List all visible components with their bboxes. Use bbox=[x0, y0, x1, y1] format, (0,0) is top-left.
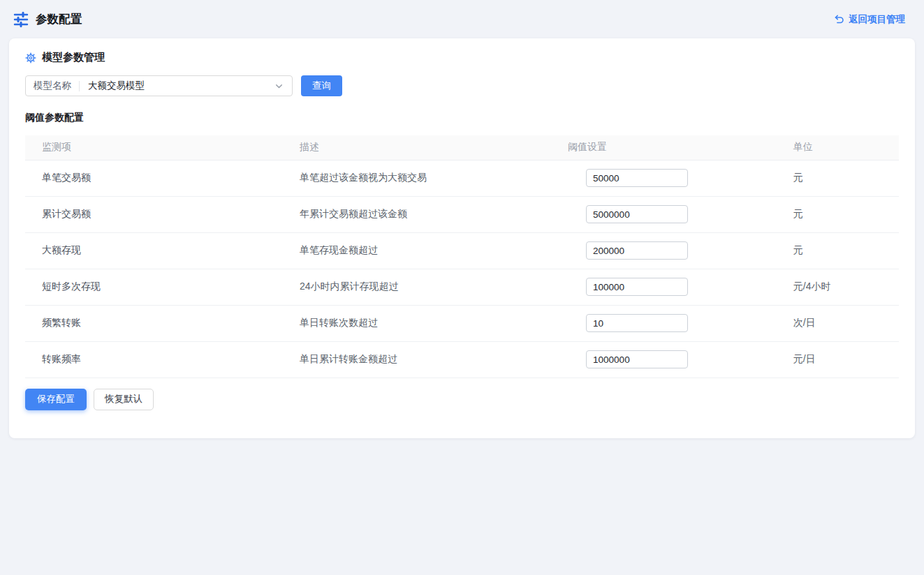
table-row: 累计交易额 年累计交易额超过该金额 元 bbox=[25, 196, 899, 232]
threshold-input[interactable] bbox=[586, 350, 688, 368]
threshold-input[interactable] bbox=[586, 241, 688, 260]
save-config-button[interactable]: 保存配置 bbox=[25, 389, 87, 410]
col-header-desc: 描述 bbox=[283, 135, 551, 160]
threshold-input[interactable] bbox=[586, 169, 688, 187]
page-header: 参数配置 返回项目管理 bbox=[0, 0, 924, 38]
table-row: 转账频率 单日累计转账金额超过 元/日 bbox=[25, 341, 899, 378]
col-header-unit: 单位 bbox=[777, 135, 899, 160]
row-unit: 元 bbox=[777, 160, 899, 196]
query-button[interactable]: 查询 bbox=[301, 75, 342, 96]
row-item: 转账频率 bbox=[25, 341, 283, 378]
page-title: 参数配置 bbox=[36, 12, 82, 27]
model-params-card: 模型参数管理 模型名称 大额交易模型 查询 阈值参数配置 监测项 描述 阈值设置… bbox=[9, 38, 915, 438]
row-item: 短时多次存现 bbox=[25, 269, 283, 305]
table-row: 频繁转账 单日转账次数超过 次/日 bbox=[25, 305, 899, 341]
row-item: 单笔交易额 bbox=[25, 160, 283, 196]
sliders-icon bbox=[13, 11, 29, 28]
row-unit: 元/4小时 bbox=[777, 269, 899, 305]
threshold-table-title: 阈值参数配置 bbox=[25, 112, 899, 124]
row-desc: 24小时内累计存现超过 bbox=[283, 269, 551, 305]
threshold-input[interactable] bbox=[586, 278, 688, 296]
table-row: 单笔交易额 单笔超过该金额视为大额交易 元 bbox=[25, 160, 899, 196]
table-row: 短时多次存现 24小时内累计存现超过 元/4小时 bbox=[25, 269, 899, 305]
table-row: 大额存现 单笔存现金额超过 元 bbox=[25, 232, 899, 269]
row-unit: 元/日 bbox=[777, 341, 899, 378]
row-item: 频繁转账 bbox=[25, 305, 283, 341]
row-unit: 元 bbox=[777, 232, 899, 269]
row-desc: 年累计交易额超过该金额 bbox=[283, 196, 551, 232]
threshold-input[interactable] bbox=[586, 205, 688, 223]
model-name-value: 大额交易模型 bbox=[80, 80, 274, 92]
row-desc: 单笔存现金额超过 bbox=[283, 232, 551, 269]
chevron-down-icon bbox=[274, 82, 284, 91]
row-item: 累计交易额 bbox=[25, 196, 283, 232]
threshold-table: 监测项 描述 阈值设置 单位 单笔交易额 单笔超过该金额视为大额交易 元 累计交… bbox=[25, 135, 899, 378]
section-title: 模型参数管理 bbox=[42, 51, 105, 64]
threshold-input[interactable] bbox=[586, 314, 688, 332]
row-unit: 次/日 bbox=[777, 305, 899, 341]
model-name-label: 模型名称 bbox=[26, 80, 79, 92]
row-unit: 元 bbox=[777, 196, 899, 232]
gear-icon bbox=[25, 52, 36, 64]
back-to-project-link[interactable]: 返回项目管理 bbox=[834, 13, 905, 26]
model-name-select[interactable]: 模型名称 大额交易模型 bbox=[25, 75, 293, 96]
table-header-row: 监测项 描述 阈值设置 单位 bbox=[25, 135, 899, 160]
col-header-item: 监测项 bbox=[25, 135, 283, 160]
return-arrow-icon bbox=[834, 14, 844, 24]
row-desc: 单日转账次数超过 bbox=[283, 305, 551, 341]
col-header-threshold: 阈值设置 bbox=[551, 135, 777, 160]
row-desc: 单笔超过该金额视为大额交易 bbox=[283, 160, 551, 196]
restore-default-button[interactable]: 恢复默认 bbox=[94, 389, 154, 410]
row-item: 大额存现 bbox=[25, 232, 283, 269]
row-desc: 单日累计转账金额超过 bbox=[283, 341, 551, 378]
back-link-label: 返回项目管理 bbox=[849, 13, 905, 26]
